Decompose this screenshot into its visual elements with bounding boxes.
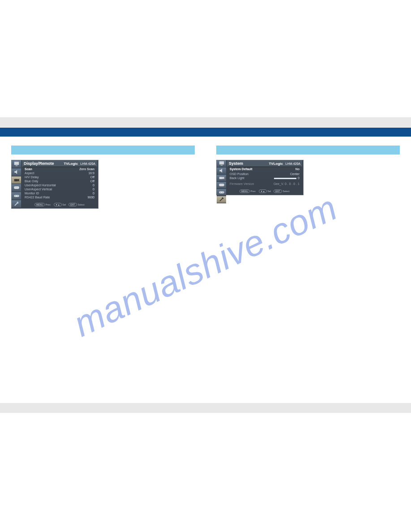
v: 0 [93, 184, 94, 187]
v: 0 [93, 192, 94, 195]
osd-title-right: System TVLogic LHM-420A [227, 160, 302, 167]
osd-title-text: System [229, 161, 243, 166]
l: OSD Position [230, 172, 248, 176]
svg-rect-5 [14, 186, 19, 189]
v: Zero Scan [79, 167, 94, 171]
svg-point-17 [223, 192, 223, 193]
tab-icon-r1[interactable] [217, 160, 226, 167]
osd-title-left: Display/Remote TVLogic LHM-420A [22, 160, 97, 167]
t: Prev. [250, 190, 256, 193]
gamepad-icon [218, 189, 225, 196]
svg-rect-10 [220, 165, 223, 166]
t: Sel [267, 190, 271, 193]
left-column: Display/Remote TVLogic LHM-420A ScanZero… [11, 146, 195, 209]
row-sysdefault[interactable]: System DefaultNo [227, 167, 302, 171]
t: Sel [62, 203, 66, 206]
v: No [295, 167, 300, 171]
v: 0 [93, 188, 94, 191]
right-column: System TVLogic LHM-420A System DefaultNo… [216, 146, 400, 195]
wrench-icon [13, 201, 20, 207]
row-aspect[interactable]: Aspect16:9 [22, 171, 97, 175]
right-cyan-bar [216, 146, 400, 154]
row-uah[interactable]: UserAspect Horizontal0 [22, 183, 97, 187]
v: Off [90, 180, 94, 183]
tab-icon-6[interactable] [12, 200, 21, 208]
svg-marker-11 [219, 168, 222, 172]
svg-point-8 [17, 196, 18, 196]
v: Gee_V. 0 . 0 . 0 . 1 [274, 182, 300, 185]
left-cyan-bar [11, 146, 195, 154]
svg-rect-9 [219, 161, 224, 164]
osd-tabs-left [12, 160, 21, 208]
tab-icon-r6-selected[interactable] [217, 196, 226, 203]
l: System Default [230, 167, 253, 171]
row-baud[interactable]: RS422 Baud Rate9600 [22, 195, 97, 199]
osd-system: System TVLogic LHM-420A System DefaultNo… [216, 160, 304, 195]
wrench-icon [218, 196, 225, 203]
tab-icon-2[interactable] [12, 168, 21, 176]
l: Aspect [25, 172, 34, 175]
osd-brand: TVLogic [64, 162, 78, 166]
speaker-icon [13, 169, 20, 176]
v: Off [90, 176, 94, 179]
svg-marker-4 [17, 179, 19, 181]
v: 9600 [87, 196, 94, 199]
grey-band-bottom [0, 403, 411, 413]
v: Center [290, 172, 300, 176]
t: Select [78, 203, 85, 206]
watermark: manualshive.com [68, 187, 344, 345]
svg-point-7 [15, 196, 15, 196]
osd-main-right: System TVLogic LHM-420A System DefaultNo… [226, 160, 303, 195]
svg-marker-2 [14, 170, 17, 174]
btn-menu[interactable]: MENU [34, 203, 45, 206]
l: RS422 Baud Rate [25, 196, 50, 199]
osd-display-remote: Display/Remote TVLogic LHM-420A ScanZero… [11, 160, 98, 209]
btn-menu[interactable]: MENU [240, 189, 250, 193]
svg-rect-14 [219, 184, 224, 186]
tab-icon-1[interactable] [12, 160, 21, 168]
osd-footer-right: MENU Prev. ▼▲ Sel ENT. Select [227, 189, 302, 194]
btn-ent[interactable]: ENT. [274, 189, 282, 193]
row-scan[interactable]: ScanZero Scan [22, 167, 97, 171]
row-osdpos[interactable]: OSD PositionCenter [227, 172, 302, 176]
l: Firmware Version [230, 182, 254, 185]
svg-rect-6 [14, 195, 19, 197]
console-icon [13, 184, 20, 191]
row-firmware: Firmware VersionGee_V. 0 . 0 . 0 . 1 [227, 182, 302, 186]
osd-model: LHM-420A [286, 162, 300, 165]
row-backlight[interactable]: Back Light0 [227, 176, 302, 180]
tab-icon-4[interactable] [12, 184, 21, 192]
svg-rect-12 [219, 177, 223, 179]
row-uav[interactable]: UserAspect Vertical0 [22, 187, 97, 191]
l: Blue Only [25, 180, 38, 183]
osd-model: LHM-420A [81, 162, 95, 165]
l: Monitor ID [25, 192, 39, 195]
t: Prev. [45, 203, 51, 206]
svg-rect-3 [14, 179, 17, 181]
osd-title-text: Display/Remote [24, 161, 54, 166]
gamepad-icon [13, 193, 20, 199]
l: UserAspect Horizontal [25, 184, 56, 187]
svg-rect-1 [15, 165, 17, 166]
btn-arrows[interactable]: ▼▲ [54, 203, 62, 206]
osd-brand: TVLogic [269, 162, 283, 166]
tab-icon-5[interactable] [12, 192, 21, 200]
tab-icon-r4[interactable] [217, 182, 226, 189]
monitor-icon [13, 161, 20, 167]
btn-arrows[interactable]: ▼▲ [259, 189, 267, 193]
camera-icon [13, 177, 20, 184]
tab-icon-r5[interactable] [217, 189, 226, 196]
row-hvdelay[interactable]: H/V DelayOff [22, 175, 97, 179]
tab-icon-r3[interactable] [217, 175, 226, 182]
row-monid[interactable]: Monitor ID0 [22, 191, 97, 195]
btn-ent[interactable]: ENT. [68, 203, 77, 206]
tab-icon-3-selected[interactable] [12, 176, 21, 184]
camera-icon [218, 175, 225, 181]
backlight-slider[interactable] [274, 178, 296, 179]
blue-band [0, 128, 411, 137]
osd-main-left: Display/Remote TVLogic LHM-420A ScanZero… [21, 160, 98, 208]
row-blueonly[interactable]: Blue OnlyOff [22, 179, 97, 183]
v: 0 [298, 176, 300, 180]
tab-icon-r2[interactable] [217, 167, 226, 175]
svg-rect-0 [14, 162, 19, 165]
